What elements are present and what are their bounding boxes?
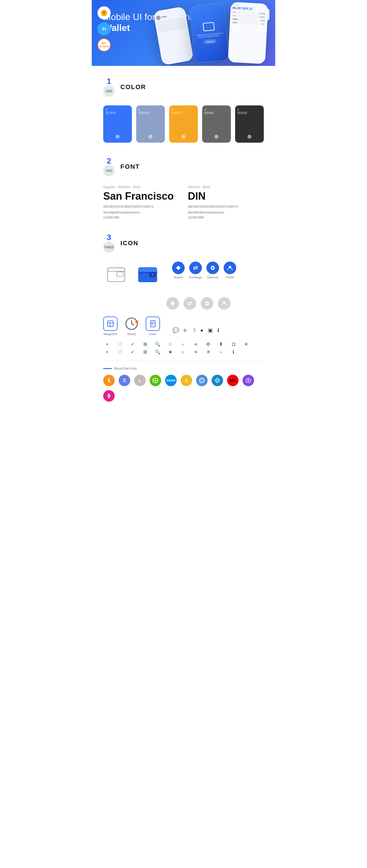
nav-icons-row: Assets Exchange Discover xyxy=(172,261,236,279)
color-section-header: 1 ONE COLOR xyxy=(103,78,264,97)
font-grid: Regular · Medium · Bold San Francisco AB… xyxy=(103,185,264,219)
blockchain-line xyxy=(103,368,112,369)
eth-icon: Ξ xyxy=(119,375,130,386)
font-section: 2 TWO FONT Regular · Medium · Bold San F… xyxy=(103,157,264,219)
assets-nav-icon: Assets xyxy=(172,261,185,279)
blockchain-label: BlockChain Icon xyxy=(103,367,264,370)
svg-line-27 xyxy=(132,324,134,325)
chat-icon: 💬 xyxy=(173,327,179,334)
star-icon: ☆ xyxy=(166,341,174,347)
app-icons-row: Mangment History Order xyxy=(103,316,264,336)
svg-marker-18 xyxy=(170,301,175,306)
qr-icon: ⊞ xyxy=(141,341,149,347)
history-icon: History xyxy=(124,316,139,336)
qr-icon-gray: ⊞ xyxy=(141,349,149,355)
font-section-header: 2 TWO FONT xyxy=(103,157,264,177)
profile-nav-icon: Profile xyxy=(224,261,236,279)
assets-nav-icon-gray xyxy=(166,297,179,310)
ltc-icon: Ł xyxy=(134,375,146,386)
svg-rect-29 xyxy=(150,320,155,327)
svg-point-35 xyxy=(151,324,152,325)
check-icon-gray: ✓ xyxy=(129,349,137,355)
svg-point-12 xyxy=(152,274,153,275)
check-icon: ✓ xyxy=(129,341,137,347)
layers-icon: ≡ xyxy=(184,328,187,334)
font-din: Medium · Bold DIN ABCDEFGHIJKLMNOPQRSTUV… xyxy=(188,185,264,219)
section-number-2: 2 TWO xyxy=(103,157,115,177)
share-icon: ⋖ xyxy=(192,341,200,347)
svg-marker-14 xyxy=(176,266,181,270)
message-icon: ▣ xyxy=(208,327,213,334)
color-swatches: #3574FA #8DA0C8 #F5A623 #666666 #303030 xyxy=(103,105,264,143)
svg-point-33 xyxy=(151,322,152,322)
info-icon-gray: ℹ xyxy=(229,349,237,355)
section-number-3: 3 THREE xyxy=(103,234,115,253)
divider xyxy=(103,361,264,361)
color-section: 1 ONE COLOR #3574FA #8DA0C8 #F5A623 #666… xyxy=(103,78,264,143)
circle-icon: ● xyxy=(200,328,204,334)
nav-icons-gray-row xyxy=(166,297,264,310)
discover-nav-icon: Discover xyxy=(206,261,219,279)
management-icon: Mangment xyxy=(103,316,117,336)
tool-icons-inactive: + 📄 ✓ ⊞ 🔍 ★ ‹ ⋖ ✕ › ℹ xyxy=(103,349,264,355)
color-swatch-orange: #F5A623 xyxy=(169,105,198,143)
order-icon: Order xyxy=(146,316,160,336)
other-icon xyxy=(103,390,115,402)
document-icon-gray: 📄 xyxy=(116,349,124,355)
plus-icon: + xyxy=(103,342,111,347)
crypto-icons: ₿ Ξ Ł DASH Z ARK xyxy=(103,375,264,402)
svg-rect-13 xyxy=(138,268,157,272)
svg-point-20 xyxy=(206,303,208,304)
plus-icon-gray: + xyxy=(103,349,111,355)
misc-icons-row1: 💬 ≡ ☽ ● ▣ ℹ xyxy=(173,327,219,334)
svg-rect-6 xyxy=(117,272,123,276)
tool-icons-active: + 📄 ✓ ⊞ 🔍 ☆ ‹ ⋖ ⚙ ⬆ ⊡ ✕ xyxy=(103,341,264,347)
close-icon-gray: ✕ xyxy=(204,349,212,355)
profile-nav-icon-gray xyxy=(218,297,230,310)
share-icon-gray: ⋖ xyxy=(192,349,200,355)
icon-section: 3 THREE ICON xyxy=(103,234,264,402)
exchange-nav-icon-gray xyxy=(184,297,196,310)
color-swatch-dark: #303030 xyxy=(235,105,264,143)
grid-icon xyxy=(196,375,207,386)
search-icon-gray: 🔍 xyxy=(154,349,162,355)
color-swatch-steelblue: #8DA0C8 xyxy=(136,105,165,143)
color-swatch-gray: #666666 xyxy=(202,105,231,143)
phone-mockups: ⚙ Profile Character may be mastered in t… xyxy=(152,3,275,66)
upload-icon: ⬆ xyxy=(217,341,225,347)
zcash-icon: Z xyxy=(181,375,192,386)
svg-marker-40 xyxy=(200,378,204,382)
exchange-nav-icon: Exchange xyxy=(189,261,202,279)
svg-point-28 xyxy=(135,320,138,323)
dash-icon: DASH xyxy=(165,375,177,386)
document-icon: 📄 xyxy=(116,341,124,347)
svg-point-34 xyxy=(151,323,152,324)
screens-badge: 60+Screens xyxy=(97,38,111,52)
search-icon: 🔍 xyxy=(154,341,162,347)
phone-right: myWallet $6,297,502.12 BTC 788.2003 ETH … xyxy=(228,2,269,64)
hero-badges: Ps 60+Screens xyxy=(97,6,111,52)
hero-section: Mobile UI for Blockchain Wallet UI Kit P… xyxy=(92,0,275,66)
back-icon-gray: ‹ xyxy=(179,349,187,355)
matic-icon xyxy=(243,375,254,386)
section-number-1: 1 ONE xyxy=(103,78,115,97)
ps-badge: Ps xyxy=(97,22,111,35)
scan-icon: ⊡ xyxy=(229,341,237,347)
star-icon-active: ★ xyxy=(166,349,174,355)
settings-icon: ⚙ xyxy=(204,341,212,347)
phone-middle: Character may be mastered in the great m… xyxy=(190,3,229,63)
phone-left: ⚙ Profile xyxy=(153,6,194,65)
ark-icon: ARK xyxy=(227,375,238,386)
close-icon: ✕ xyxy=(242,341,250,347)
info-icon: ℹ xyxy=(217,327,219,334)
btc-icon: ₿ xyxy=(103,375,115,386)
discover-nav-icon-gray xyxy=(201,297,213,310)
stratis-icon xyxy=(211,375,223,386)
forward-icon-gray: › xyxy=(217,349,225,355)
wallet-outline-icon xyxy=(103,261,129,288)
svg-point-16 xyxy=(212,267,214,269)
sketch-badge xyxy=(97,6,111,20)
icon-section-header: 3 THREE ICON xyxy=(103,234,264,253)
color-swatch-blue: #3574FA xyxy=(103,105,132,143)
icon-display-row: Assets Exchange Discover xyxy=(103,261,264,288)
